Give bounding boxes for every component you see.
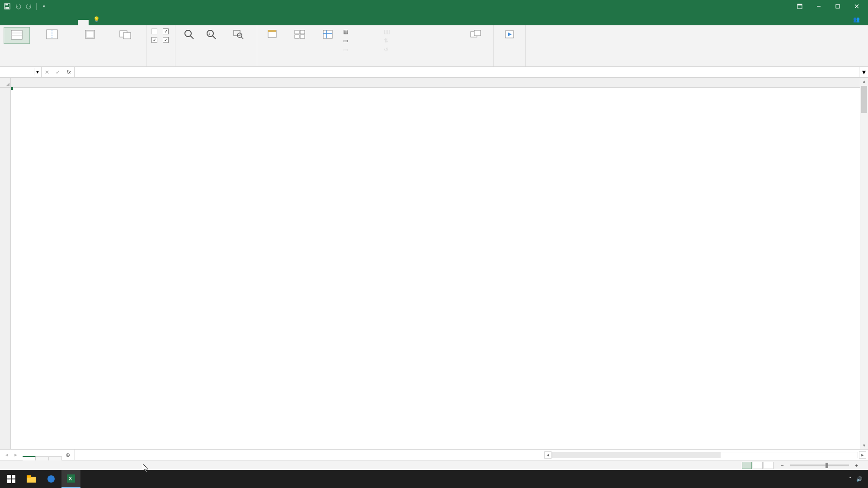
hide-button[interactable]: ▭ (342, 36, 381, 45)
chk-formulabar[interactable]: ✓ (162, 27, 171, 36)
macros-button[interactable] (497, 27, 522, 43)
sheet-tab-produktumsatz[interactable] (36, 456, 49, 460)
sync-icon: ⇅ (384, 38, 390, 44)
new-window-button[interactable] (261, 27, 284, 43)
ribbon-display-options-icon[interactable] (791, 0, 808, 13)
column-headers (11, 78, 860, 88)
svg-rect-31 (300, 35, 305, 38)
fx-icon[interactable]: fx (63, 69, 74, 75)
horizontal-scrollbar[interactable]: ◄ ► (542, 450, 868, 460)
tab-seitenlayout[interactable] (34, 20, 45, 25)
redo-icon[interactable] (25, 3, 33, 10)
svg-rect-4 (797, 4, 802, 5)
svg-point-45 (47, 475, 55, 483)
excel-taskbar-icon[interactable]: X (61, 470, 80, 488)
tray-chevron-icon[interactable]: ˄ (849, 476, 852, 482)
system-tray[interactable]: ˄ 🔊 (849, 476, 866, 482)
zoom-slider-thumb[interactable] (826, 463, 828, 468)
tab-daten[interactable] (56, 20, 67, 25)
tray-volume-icon[interactable]: 🔊 (856, 476, 863, 482)
save-icon[interactable] (4, 3, 11, 10)
tab-ansicht[interactable] (78, 20, 89, 25)
qat-customize-icon[interactable]: ▾ (40, 3, 47, 10)
svg-rect-36 (474, 30, 481, 36)
zoom-button[interactable] (179, 27, 200, 43)
lightbulb-icon: 💡 (93, 16, 100, 23)
title-bar: ▾ (0, 0, 868, 13)
sheet-prev-icon[interactable]: ◄ (3, 452, 11, 457)
svg-point-18 (185, 30, 191, 37)
view-shortcut-pagelayout[interactable] (753, 462, 763, 469)
reset-icon: ↺ (384, 47, 390, 53)
share-icon: 👥 (853, 16, 860, 23)
scroll-up-icon[interactable]: ▲ (860, 78, 868, 85)
scroll-down-icon[interactable]: ▼ (860, 442, 868, 449)
vscroll-thumb[interactable] (861, 86, 867, 113)
unhide-button: ▭ (342, 45, 381, 54)
tab-start[interactable] (13, 20, 24, 25)
tab-formeln[interactable] (45, 20, 56, 25)
windows-taskbar: X ˄ 🔊 (0, 470, 868, 488)
svg-text:1: 1 (208, 32, 210, 35)
minimize-button[interactable] (810, 0, 827, 13)
sheet-tab-mitarbeiterumsatz[interactable] (23, 456, 36, 460)
spreadsheet-grid[interactable]: ▲ ▼ (0, 78, 868, 449)
group-workbook-views (0, 25, 147, 66)
svg-rect-30 (295, 35, 299, 38)
svg-rect-17 (123, 33, 131, 39)
vertical-scrollbar[interactable]: ▲ ▼ (860, 78, 868, 449)
sheet-nav[interactable]: ◄► (0, 450, 23, 460)
close-button[interactable] (848, 0, 865, 13)
pagelayout-icon (83, 28, 97, 41)
chk-gridlines[interactable]: ✓ (151, 36, 160, 44)
view-shortcut-normal[interactable] (742, 462, 752, 469)
tab-ueberpruefen[interactable] (67, 20, 78, 25)
hscroll-right-icon[interactable]: ► (859, 451, 866, 459)
tab-datei[interactable] (2, 20, 13, 25)
zoom-slider[interactable] (790, 465, 849, 466)
tell-me-search[interactable]: 💡 (89, 14, 107, 25)
start-button[interactable] (2, 470, 21, 488)
cancel-formula-icon: ✕ (42, 69, 52, 75)
formula-input[interactable] (75, 67, 859, 77)
row-headers (0, 78, 11, 449)
tab-einfuegen[interactable] (24, 20, 34, 25)
share-button[interactable]: 👥 (848, 14, 868, 25)
switch-windows-button[interactable] (462, 27, 490, 43)
hscroll-left-icon[interactable]: ◄ (544, 451, 552, 459)
zoom-in-button[interactable]: + (853, 463, 861, 468)
sheet-tab-monatsumsatz[interactable] (49, 456, 62, 460)
chk-headings[interactable]: ✓ (162, 36, 171, 44)
expand-formula-bar-icon[interactable]: ▾ (859, 67, 868, 77)
status-bar: − + (0, 460, 868, 470)
view-custom-button[interactable] (108, 27, 143, 43)
edge-icon[interactable] (42, 470, 61, 488)
group-window: ▦ ▭ ▭ ▯▯ ⇅ ↺ (257, 25, 494, 66)
zoom-out-button[interactable]: − (778, 463, 786, 468)
add-sheet-button[interactable]: ⊕ (62, 450, 75, 460)
arrange-all-button[interactable] (286, 27, 313, 43)
freeze-panes-button[interactable] (315, 27, 340, 43)
svg-rect-41 (7, 479, 11, 483)
svg-rect-1 (5, 4, 8, 5)
sheet-next-icon[interactable]: ► (12, 452, 20, 457)
zoom-selection-button[interactable] (223, 27, 253, 43)
zoom-100-button[interactable]: 1 (202, 27, 222, 43)
namebox-dropdown-icon[interactable]: ▾ (34, 68, 40, 75)
undo-icon[interactable] (14, 3, 22, 10)
maximize-button[interactable] (829, 0, 846, 13)
hscroll-thumb[interactable] (553, 452, 721, 458)
selection-box (11, 88, 13, 89)
sync-scroll-button: ⇅ (383, 36, 460, 45)
view-normal-button[interactable] (4, 27, 30, 44)
svg-rect-39 (7, 475, 11, 479)
name-box[interactable]: ▾ (0, 67, 42, 77)
svg-line-19 (190, 36, 193, 39)
file-explorer-icon[interactable] (22, 470, 41, 488)
view-pagelayout-button[interactable] (74, 27, 106, 43)
view-shortcut-pagebreak[interactable] (764, 462, 774, 469)
view-pagebreak-button[interactable] (32, 27, 72, 43)
select-all-corner[interactable] (0, 78, 10, 88)
view-shortcuts (742, 462, 774, 469)
split-button[interactable]: ▦ (342, 27, 381, 36)
